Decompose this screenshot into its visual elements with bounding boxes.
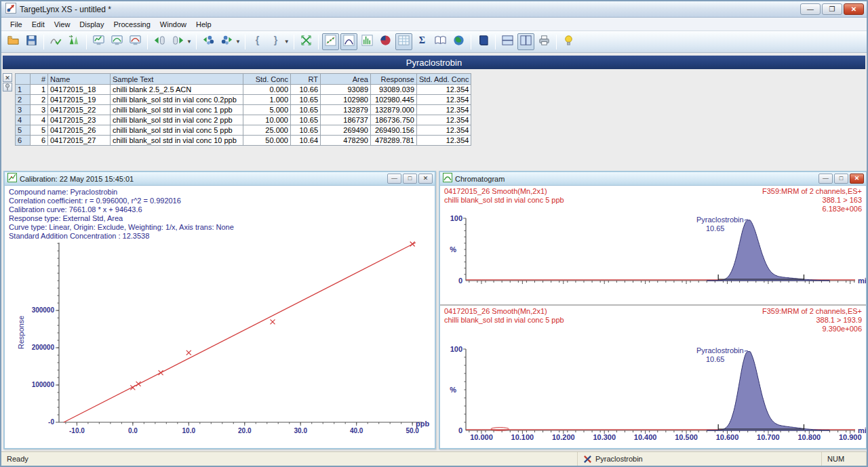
dropdown-arrow-icon[interactable]: ▼ xyxy=(235,39,241,45)
chromatogram-pane-top[interactable]: 04172015_26 Smooth(Mn,2x1)chilli blank_s… xyxy=(440,186,866,304)
cell[interactable]: 93089 xyxy=(321,85,371,95)
cell[interactable]: 25.000 xyxy=(243,125,291,136)
menu-item-display[interactable]: Display xyxy=(75,19,108,30)
table-row[interactable]: 1104172015_18chilli blank 2.5_2.5 ACN0.0… xyxy=(16,85,471,95)
menu-item-help[interactable]: Help xyxy=(191,19,216,30)
menu-item-view[interactable]: View xyxy=(50,19,75,30)
row-header[interactable]: 6 xyxy=(16,136,31,146)
toolbar-button-calibration-plot[interactable] xyxy=(322,33,339,50)
close-panel-button[interactable]: ✕ xyxy=(3,73,12,82)
cell[interactable]: chilli blank_sol std in vial conc 1 ppb xyxy=(111,105,243,115)
cell[interactable]: 12.354 xyxy=(417,125,471,136)
toolbar-button-open-brace[interactable]: { xyxy=(249,33,266,50)
column-header-name[interactable]: Name xyxy=(48,74,111,85)
restore-button[interactable]: ❐ xyxy=(822,3,842,15)
cell[interactable]: 12.354 xyxy=(417,105,471,115)
minimize-button[interactable]: — xyxy=(800,3,821,15)
toolbar-button-globe[interactable] xyxy=(450,33,467,50)
column-header-std-add-conc[interactable]: Std. Add. Conc xyxy=(417,74,471,85)
toolbar-button-spectrum[interactable] xyxy=(359,33,376,50)
toolbar-button-monitor-red-peak[interactable] xyxy=(127,33,144,50)
toolbar-button-process-peaks[interactable] xyxy=(66,33,83,50)
row-header[interactable]: 3 xyxy=(16,105,31,115)
cell[interactable]: 04172015_26 xyxy=(48,125,111,136)
row-header[interactable]: 5 xyxy=(16,125,31,136)
toolbar-button-split-horizontal[interactable] xyxy=(499,33,516,50)
column-header-rt[interactable]: RT xyxy=(291,74,321,85)
toolbar-button-blue-book[interactable] xyxy=(475,33,492,50)
calibration-window-titlebar[interactable]: Calibration: 22 May 2015 15:45:01 —□✕ xyxy=(5,172,435,186)
cell[interactable]: 5 xyxy=(31,125,48,136)
menu-item-processing[interactable]: Processing xyxy=(108,19,155,30)
cell[interactable]: 12.354 xyxy=(417,95,471,105)
toolbar-button-calibration-curve[interactable] xyxy=(47,33,64,50)
cell[interactable]: 10.65 xyxy=(291,125,321,136)
cell[interactable]: 269490 xyxy=(321,125,371,136)
toolbar-button-pie-chart[interactable] xyxy=(377,33,394,50)
cell[interactable]: 3 xyxy=(31,105,48,115)
toolbar-button-monitor-peak[interactable] xyxy=(108,33,125,50)
cell[interactable]: 6 xyxy=(31,136,48,146)
table-row[interactable]: 6604172015_27chilli blank_sol std in via… xyxy=(16,136,471,146)
toolbar-button-sigma[interactable]: Σ xyxy=(414,33,431,50)
pin-panel-button[interactable] xyxy=(3,83,12,92)
toolbar-button-open-folder[interactable] xyxy=(5,33,22,50)
cell[interactable]: 478290 xyxy=(321,136,371,146)
toolbar-button-monitor-chart[interactable] xyxy=(90,33,107,50)
row-header[interactable]: 1 xyxy=(16,85,31,95)
chromatogram-window-titlebar[interactable]: Chromatogram —□✕ xyxy=(440,172,866,186)
close-button[interactable]: ✕ xyxy=(418,174,433,184)
toolbar-button-next-sample[interactable] xyxy=(170,33,186,50)
table-row[interactable]: 5504172015_26chilli blank_sol std in via… xyxy=(16,125,471,136)
calibration-plot[interactable]: -10.00.010.020.030.040.050.0-01000002000… xyxy=(6,240,433,447)
cell[interactable]: 4 xyxy=(31,115,48,125)
cell[interactable]: chilli blank_sol std in vial conc 2 ppb xyxy=(111,115,243,125)
cell[interactable]: 2 xyxy=(31,95,48,105)
dropdown-arrow-icon[interactable]: ▼ xyxy=(284,39,290,45)
table-row[interactable]: 3304172015_22chilli blank_sol std in via… xyxy=(16,105,471,115)
cell[interactable]: 478289.781 xyxy=(371,136,417,146)
cell[interactable]: 5.000 xyxy=(243,105,291,115)
cell[interactable]: chilli blank 2.5_2.5 ACN xyxy=(111,85,243,95)
toolbar-button-save[interactable] xyxy=(23,33,40,50)
menu-item-window[interactable]: Window xyxy=(155,19,191,30)
column-header-sample-text[interactable]: Sample Text xyxy=(111,74,243,85)
cell[interactable]: 10.64 xyxy=(291,136,321,146)
toolbar-button-book[interactable] xyxy=(432,33,449,50)
toolbar-button-print[interactable] xyxy=(536,33,553,50)
cell[interactable]: 186737 xyxy=(321,115,371,125)
cell[interactable]: 102980.445 xyxy=(371,95,417,105)
cell[interactable]: 12.354 xyxy=(417,85,471,95)
cell[interactable]: chilli blank_sol std in vial conc 5 ppb xyxy=(111,125,243,136)
table-row[interactable]: 4404172015_23chilli blank_sol std in via… xyxy=(16,115,471,125)
cell[interactable]: 186736.750 xyxy=(371,115,417,125)
toolbar-button-fit-window[interactable] xyxy=(298,33,315,50)
row-header[interactable]: 4 xyxy=(16,115,31,125)
toolbar-button-split-vertical[interactable] xyxy=(517,33,534,50)
sample-table[interactable]: #NameSample TextStd. ConcRTAreaResponseS… xyxy=(15,73,471,146)
cell[interactable]: 12.354 xyxy=(417,136,471,146)
row-header[interactable]: 2 xyxy=(16,95,31,105)
cell[interactable]: 132879 xyxy=(321,105,371,115)
close-button[interactable]: ✕ xyxy=(850,174,864,184)
cell[interactable]: chilli blank_sol std in vial conc 0.2ppb xyxy=(111,95,243,105)
column-header-std-conc[interactable]: Std. Conc xyxy=(243,74,291,85)
toolbar-button-help-tip[interactable] xyxy=(560,33,577,50)
maximize-button[interactable]: □ xyxy=(834,174,848,184)
row-selector-header[interactable] xyxy=(16,74,31,85)
toolbar-button-chromatogram[interactable] xyxy=(340,33,357,50)
cell[interactable]: 04172015_19 xyxy=(48,95,111,105)
minimize-button[interactable]: — xyxy=(818,174,833,184)
cell[interactable]: 132879.000 xyxy=(371,105,417,115)
cell[interactable]: 269490.156 xyxy=(371,125,417,136)
cell[interactable]: 1.000 xyxy=(243,95,291,105)
cell[interactable]: 93089.039 xyxy=(371,85,417,95)
menu-item-file[interactable]: File xyxy=(5,19,27,30)
toolbar-button-prev-compound[interactable] xyxy=(200,33,217,50)
cell[interactable]: 04172015_23 xyxy=(48,115,111,125)
toolbar-button-grid[interactable] xyxy=(395,33,412,50)
menu-item-edit[interactable]: Edit xyxy=(27,19,50,30)
title-bar[interactable]: TargetLynx XS - untitled * —❐✕ xyxy=(1,1,867,18)
cell[interactable]: 10.000 xyxy=(243,115,291,125)
cell[interactable]: 04172015_22 xyxy=(48,105,111,115)
